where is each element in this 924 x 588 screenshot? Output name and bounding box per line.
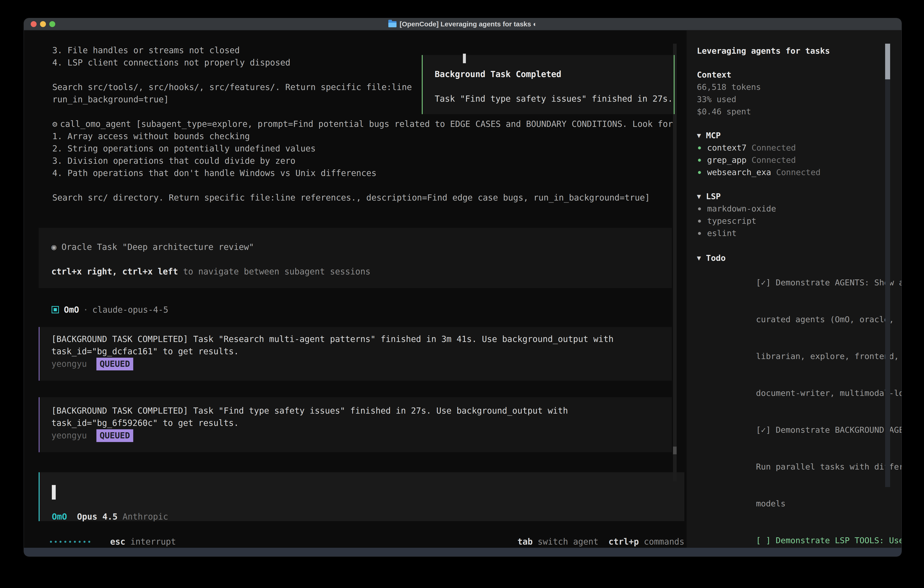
mcp-server-status: Connected xyxy=(751,154,796,166)
minimize-window-button[interactable] xyxy=(40,21,46,27)
todo-line: librarian, explore, frontend, xyxy=(697,338,901,375)
terminal-line-text: 2. String operations on potentially unde… xyxy=(52,142,315,155)
window-title-text: [OpenCode] Leveraging agents for tasks ◐ xyxy=(400,20,537,28)
todo-line-text: models xyxy=(756,499,785,508)
mcp-server-status: Connected xyxy=(776,166,820,178)
folder-icon xyxy=(388,21,396,27)
terminal-line: 3. Division operations that could divide… xyxy=(52,155,673,167)
todo-section-header[interactable]: ▼ Todo xyxy=(697,252,901,264)
tab-key-hint: tab xyxy=(518,537,533,547)
todo-heading: Todo xyxy=(706,252,726,264)
main-scrollbar-thumb[interactable] xyxy=(673,447,676,454)
spinner-dots-icon: ∙∙∙∙∙∙∙∙∙ xyxy=(49,538,92,546)
window-bottom-strip xyxy=(24,548,901,557)
mcp-heading: MCP xyxy=(706,129,721,142)
status-badge: QUEUED xyxy=(96,358,133,370)
traffic-lights xyxy=(31,21,55,27)
shortcut-keys: ctrl+x right, ctrl+x left xyxy=(51,267,178,276)
task-message-line2: task_id="bg_6f59260c" to get results. xyxy=(51,417,672,429)
context-tokens: 66,518 tokens xyxy=(697,81,901,93)
ctrlp-key-label: commands xyxy=(644,537,684,547)
oracle-task-panel: ◉ Oracle Task "Deep architecture review"… xyxy=(39,228,672,288)
terminal-line: 2. String operations on potentially unde… xyxy=(52,142,673,155)
todo-line: [ ] Demonstrate LSP TOOLS: Use xyxy=(697,522,901,548)
text-cursor xyxy=(52,485,56,500)
todo-line-text: Run parallel tasks with different xyxy=(756,462,901,471)
mcp-server-row: websearch_exa Connected xyxy=(697,166,901,178)
oracle-task-text: Oracle Task "Deep architecture review" xyxy=(62,242,254,252)
todo-line: curated agents (OmO, oracle, xyxy=(697,301,901,338)
sidebar-scrollbar-track[interactable] xyxy=(885,44,890,487)
esc-key-label: interrupt xyxy=(130,537,176,547)
task-message-line2: task_id="bg_dcfac161" to get results. xyxy=(51,345,672,358)
terminal-line: 1. Array access without bounds checking xyxy=(52,130,673,142)
lsp-server-row: eslint xyxy=(697,227,901,239)
terminal-line: 4. Path operations that don't handle Win… xyxy=(52,167,673,179)
navigation-hint-line: ctrl+x right, ctrl+x left to navigate be… xyxy=(51,266,672,278)
todo-line-text: curated agents (OmO, oracle, xyxy=(756,315,894,324)
mouse-ibeam-cursor xyxy=(463,54,466,63)
terminal-line xyxy=(52,179,673,192)
agent-header: OmO · claude-opus-4-5 xyxy=(52,304,168,316)
toast-body: Task "Find type safety issues" finished … xyxy=(435,93,674,105)
toast-title: Background Task Completed xyxy=(435,68,674,81)
todo-line-text: [ ] Demonstrate LSP TOOLS: Use xyxy=(756,536,901,545)
esc-key-hint: esc xyxy=(110,537,125,547)
separator-dot: · xyxy=(83,305,88,315)
session-title: Leveraging agents for tasks xyxy=(697,45,901,57)
task-message-line1: [BACKGROUND TASK COMPLETED] Task "Find t… xyxy=(51,405,672,417)
oracle-task-line: ◉ Oracle Task "Deep architecture review" xyxy=(51,241,672,253)
todo-line-text: [✓] Demonstrate BACKGROUND AGENTS: xyxy=(756,425,901,434)
mcp-server-name: websearch_exa xyxy=(707,166,771,178)
task-message-line1: [BACKGROUND TASK COMPLETED] Task "Resear… xyxy=(51,333,672,345)
context-spent: $0.46 spent xyxy=(697,106,901,118)
todo-line-text: document-writer, multimodal-looker) xyxy=(756,388,901,398)
lsp-section-header[interactable]: ▼ LSP xyxy=(697,190,901,203)
gear-icon: ⚙ xyxy=(52,118,57,130)
sidebar-scrollbar-thumb[interactable] xyxy=(885,44,890,79)
terminal-line: ⚙ call_omo_agent [subagent_type=explore,… xyxy=(52,118,673,130)
gray-bullet-icon xyxy=(698,207,701,210)
task-user: yeongyu xyxy=(51,359,87,369)
tab-key-label: switch agent xyxy=(538,537,599,547)
status-bar: ∙∙∙∙∙∙∙∙∙ esc interrupt tab switch agent… xyxy=(39,535,684,548)
task-user: yeongyu xyxy=(51,431,87,441)
gray-bullet-icon xyxy=(698,220,701,223)
titlebar[interactable]: [OpenCode] Leveraging agents for tasks ◐ xyxy=(24,18,901,30)
todo-line: Run parallel tasks with different xyxy=(697,448,901,485)
background-task-message: [BACKGROUND TASK COMPLETED] Task "Find t… xyxy=(39,397,672,452)
triangle-down-icon: ▼ xyxy=(697,190,706,203)
terminal-line-text: run_in_background=true] xyxy=(52,93,169,106)
terminal-line-text: call_omo_agent [subagent_type=explore, p… xyxy=(60,118,673,130)
lsp-section: ▼ LSP markdown-oxide typescript eslint xyxy=(697,190,901,239)
session-sidebar: Leveraging agents for tasks Context 66,5… xyxy=(686,30,901,548)
terminal-line-text: 3. File handles or streams not closed xyxy=(52,45,240,57)
mcp-section-header[interactable]: ▼ MCP xyxy=(697,129,901,142)
input-provider-name: Anthropic xyxy=(122,512,168,522)
green-bullet-icon xyxy=(698,171,701,174)
mcp-section: ▼ MCP context7 Connected grep_app Connec… xyxy=(697,129,901,178)
zoom-window-button[interactable] xyxy=(50,21,55,27)
background-task-message: [BACKGROUND TASK COMPLETED] Task "Resear… xyxy=(39,327,672,381)
context-heading: Context xyxy=(697,69,901,81)
mcp-server-name: grep_app xyxy=(707,154,746,166)
close-window-button[interactable] xyxy=(31,21,36,27)
mcp-server-status: Connected xyxy=(751,142,796,154)
input-model-name: Opus 4.5 xyxy=(77,512,117,522)
todo-line-text: [✓] Demonstrate AGENTS: Show all 7 xyxy=(756,278,901,287)
prompt-input[interactable]: OmO Opus 4.5 Anthropic xyxy=(39,472,684,521)
todo-line: models xyxy=(697,485,901,522)
green-bullet-icon xyxy=(698,159,701,162)
mcp-server-row: context7 Connected xyxy=(697,142,901,154)
todo-line: [✓] Demonstrate AGENTS: Show all 7 xyxy=(697,264,901,301)
opencode-window: [OpenCode] Leveraging agents for tasks ◐… xyxy=(24,18,901,557)
lsp-server-name: eslint xyxy=(707,227,737,239)
lsp-server-row: markdown-oxide xyxy=(697,203,901,215)
lsp-server-row: typescript xyxy=(697,215,901,227)
triangle-down-icon: ▼ xyxy=(697,252,706,264)
terminal-main-pane[interactable]: 3. File handles or streams not closed 4.… xyxy=(24,30,686,548)
shortcut-description: to navigate between subagent sessions xyxy=(178,267,370,276)
lsp-heading: LSP xyxy=(706,190,721,203)
context-section: Context 66,518 tokens 33% used $0.46 spe… xyxy=(697,69,901,118)
todo-line: document-writer, multimodal-looker) xyxy=(697,375,901,411)
